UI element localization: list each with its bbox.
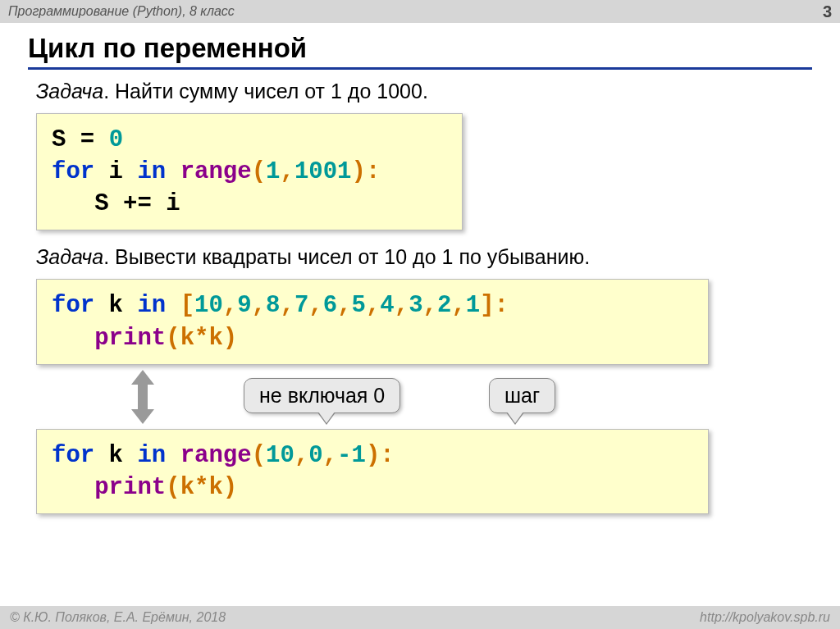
code-func: range: [166, 158, 251, 185]
code-text: [166, 292, 180, 319]
code-number: 1001: [294, 158, 352, 185]
code-text: ,: [337, 292, 351, 319]
code-block-1: S = 0 for i in range(1,1001): S += i: [36, 113, 463, 230]
code-keyword: for: [52, 158, 94, 185]
code-number: -1: [337, 442, 366, 469]
slide-content: Цикл по переменной Задача. Найти сумму ч…: [0, 23, 840, 514]
double-arrow-icon: [126, 370, 159, 424]
code-number: 10: [194, 292, 223, 319]
slide-title: Цикл по переменной: [28, 33, 812, 70]
code-number: 9: [237, 292, 251, 319]
callout-not-including-zero: не включая 0: [244, 378, 400, 413]
code-number: 3: [409, 292, 422, 319]
code-number: 10: [266, 442, 294, 469]
code-text: ,: [308, 292, 322, 319]
code-func: print: [52, 474, 166, 501]
callout-step: шаг: [489, 378, 555, 413]
connector-row: не включая 0 шаг: [36, 365, 812, 429]
code-bracket: ):: [352, 158, 381, 185]
task-2-text: . Вывести квадраты чисел от 10 до 1 по у…: [103, 245, 590, 268]
code-block-3: for k in range(10,0,-1): print(k*k): [36, 429, 709, 514]
code-text: k: [94, 442, 137, 469]
code-bracket: [: [180, 292, 194, 319]
task-2: Задача. Вывести квадраты чисел от 10 до …: [36, 245, 804, 269]
code-keyword: in: [137, 442, 166, 469]
code-bracket: (: [252, 442, 266, 469]
code-text: ,: [366, 292, 380, 319]
page-number: 3: [823, 2, 832, 21]
code-text: S += i: [52, 190, 180, 217]
code-number: 0: [109, 126, 123, 153]
task-1-label: Задача: [36, 80, 103, 103]
task-1: Задача. Найти сумму чисел от 1 до 1000.: [36, 80, 804, 103]
code-text: ,: [281, 292, 294, 319]
code-number: 0: [308, 442, 322, 469]
callout-tail: [318, 412, 335, 423]
code-text: ,: [294, 442, 308, 469]
code-text: ,: [223, 292, 237, 319]
code-number: 1: [266, 158, 280, 185]
footer-bar: © К.Ю. Поляков, Е.А. Ерёмин, 2018 http:/…: [0, 606, 840, 629]
code-text: i: [94, 158, 137, 185]
code-bracket: (k*k): [166, 325, 237, 352]
code-text: ,: [395, 292, 409, 319]
code-number: 7: [294, 292, 308, 319]
code-number: 4: [380, 292, 394, 319]
code-text: ,: [451, 292, 465, 319]
code-func: print: [52, 325, 166, 352]
code-bracket: (: [252, 158, 266, 185]
svg-marker-0: [131, 370, 154, 424]
header-bar: Программирование (Python), 8 класс 3: [0, 0, 840, 23]
code-number: 1: [466, 292, 480, 319]
footer-url: http://kpolyakov.spb.ru: [700, 610, 830, 625]
task-2-label: Задача: [36, 245, 103, 268]
code-number: 5: [352, 292, 366, 319]
code-keyword: in: [137, 292, 166, 319]
code-number: 2: [437, 292, 451, 319]
code-number: 6: [323, 292, 337, 319]
code-number: 8: [266, 292, 280, 319]
code-text: S =: [52, 126, 109, 153]
code-keyword: for: [52, 442, 94, 469]
code-keyword: in: [137, 158, 166, 185]
task-1-text: . Найти сумму чисел от 1 до 1000.: [103, 80, 428, 103]
code-text: ,: [423, 292, 437, 319]
code-text: ,: [252, 292, 266, 319]
code-bracket: ]:: [480, 292, 509, 319]
code-text: k: [94, 292, 137, 319]
footer-copyright: © К.Ю. Поляков, Е.А. Ерёмин, 2018: [10, 610, 226, 625]
callout-tail: [507, 412, 523, 423]
code-func: range: [166, 442, 251, 469]
code-bracket: ):: [366, 442, 395, 469]
code-text: ,: [280, 158, 294, 185]
code-block-2: for k in [10,9,8,7,6,5,4,3,2,1]: print(k…: [36, 279, 709, 364]
code-text: ,: [323, 442, 337, 469]
course-label: Программирование (Python), 8 класс: [8, 4, 235, 19]
code-keyword: for: [52, 292, 94, 319]
code-bracket: (k*k): [166, 474, 237, 501]
